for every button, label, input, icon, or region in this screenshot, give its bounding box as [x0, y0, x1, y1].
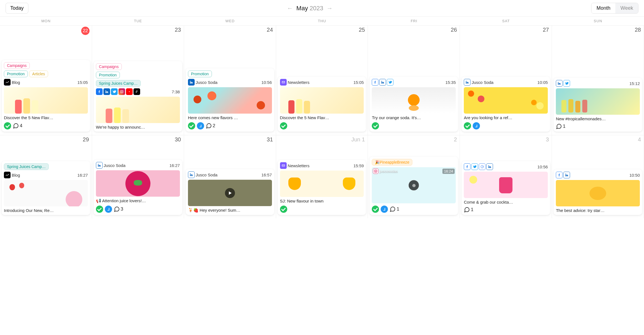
comment-count[interactable]: 3	[114, 206, 123, 212]
post-card[interactable]: Campaigns Promotion Articles Blog 15:05 …	[2, 60, 90, 132]
post-caption: The best advice: try star…	[556, 208, 640, 213]
tag-promotion[interactable]: Promotion	[96, 72, 120, 78]
calendar-cell[interactable]: 23 Campaigns Promotion Spring Juices Cam…	[92, 25, 184, 135]
calendar-cell[interactable]: 4 10:50 The best advice: try star…	[552, 135, 644, 218]
month-view-button[interactable]: Month	[591, 3, 615, 13]
today-button[interactable]: Today	[6, 3, 28, 14]
source-label: Newsletters	[288, 80, 309, 85]
next-month-arrow[interactable]: →	[326, 5, 333, 12]
source-label: Jusco Soda	[196, 80, 217, 85]
comment-count[interactable]: 2	[206, 123, 215, 129]
prev-month-arrow[interactable]: ←	[287, 5, 293, 12]
tag-articles[interactable]: Articles	[29, 71, 48, 77]
date-badge-today: 22	[81, 27, 90, 35]
post-card[interactable]: Spring Juices Camp… Blog 16:27 Introduci…	[2, 161, 90, 215]
comment-count[interactable]: 1	[390, 206, 399, 212]
post-card[interactable]: 🎉PineappleBreeze juscosodas 16:24 ⊕ 1	[370, 157, 458, 215]
tag-spring-juices[interactable]: Spring Juices Camp…	[96, 80, 141, 87]
calendar-cell[interactable]: 29 Spring Juices Camp… Blog 16:27 Introd…	[0, 135, 92, 218]
post-caption: Here comes new flavors …	[188, 115, 272, 120]
day-header: WED	[184, 17, 276, 25]
source-label: Jusco Soda	[104, 163, 125, 168]
post-card[interactable]: Jusco Soda 10:05 Are you looking for a r…	[462, 77, 550, 132]
post-thumbnail	[4, 180, 88, 206]
post-card[interactable]: 15:12 New #tropicallemonades… 1	[554, 78, 642, 132]
date-number: 31	[267, 136, 273, 143]
post-card[interactable]: Jusco Soda 16:57 🍹🍓 Hey everyone! Sum…	[186, 169, 274, 215]
newsletter-icon	[280, 162, 287, 169]
post-time: 15:35	[445, 80, 456, 85]
add-icon[interactable]: ⊕	[408, 180, 419, 191]
post-caption: Discover the 5 New Flav…	[4, 115, 88, 120]
post-card[interactable]: 10:56 Come & grab our cockta… 1	[462, 161, 550, 215]
week-view-button[interactable]: Week	[615, 3, 638, 13]
calendar-cell[interactable]: 2 🎉PineappleBreeze juscosodas 16:24 ⊕ 1	[368, 135, 460, 218]
post-caption: Are you looking for a ref…	[464, 115, 548, 120]
tag-campaigns[interactable]: Campaigns	[96, 63, 122, 70]
status-check-icon	[280, 206, 287, 213]
instagram-icon	[373, 168, 378, 174]
calendar-cell[interactable]: 30 Jusco Soda 16:27 📢 Attention juice lo…	[92, 135, 184, 218]
post-caption: 📢 Attention juice lovers!…	[96, 198, 180, 203]
comment-count[interactable]: 1	[556, 123, 565, 129]
linkedin-icon	[464, 79, 470, 86]
source-label: Jusco Soda	[472, 80, 493, 85]
tag-pineapple[interactable]: 🎉PineappleBreeze	[372, 159, 412, 166]
post-card[interactable]: Jusco Soda 16:27 📢 Attention juice lover…	[94, 160, 182, 215]
post-thumbnail: juscosodas 16:24 ⊕	[372, 167, 456, 203]
post-card[interactable]: Promotion Jusco Soda 10:56 Here comes ne…	[186, 68, 274, 132]
post-time: 16:27	[169, 163, 180, 168]
calendar-cell[interactable]: 26 15:35 Try our orange soda. It's…	[368, 25, 460, 135]
status-clock-icon	[381, 206, 388, 213]
post-caption: 🍹🍓 Hey everyone! Sum…	[188, 208, 272, 213]
status-check-icon	[372, 122, 379, 129]
day-header: SAT	[460, 17, 552, 25]
post-card[interactable]: 15:35 Try our orange soda. It's…	[370, 77, 458, 132]
post-card[interactable]: Campaigns Promotion Spring Juices Camp… …	[94, 61, 182, 132]
post-caption: New #tropicallemonades…	[556, 116, 640, 121]
post-thumbnail	[188, 180, 272, 206]
play-icon[interactable]	[225, 188, 235, 198]
calendar-cell[interactable]: 22 Campaigns Promotion Articles Blog 15:…	[0, 25, 92, 135]
post-time: 16:57	[261, 172, 272, 177]
date-number: Jun 1	[351, 136, 365, 143]
post-time: 10:56	[261, 80, 272, 85]
calendar-cell[interactable]: 3 10:56 Come & grab our cockta… 1	[460, 135, 552, 218]
calendar-cell[interactable]: Jun 1 Newsletters 15:59 SJ: New flavour …	[276, 135, 368, 218]
day-header: SUN	[552, 17, 644, 25]
tag-promotion[interactable]: Promotion	[4, 71, 28, 77]
blog-icon	[4, 172, 11, 178]
status-check-icon	[464, 122, 471, 129]
post-card[interactable]: Newsletters 15:05 Discover the 5 New Fla…	[278, 77, 366, 132]
post-card[interactable]: 10:50 The best advice: try star…	[554, 169, 642, 215]
linkedin-icon	[563, 172, 570, 178]
comment-count[interactable]: 1	[464, 207, 473, 213]
calendar-grid-week1: 22 Campaigns Promotion Articles Blog 15:…	[0, 25, 644, 135]
tag-campaigns[interactable]: Campaigns	[4, 62, 30, 69]
post-caption: SJ: New flavour in town	[280, 199, 364, 203]
status-check-icon	[280, 122, 287, 129]
calendar-cell[interactable]: 24 Promotion Jusco Soda 10:56 Here comes…	[184, 25, 276, 135]
post-thumbnail	[556, 88, 640, 115]
calendar-cell[interactable]: 31 Jusco Soda 16:57 🍹🍓 Hey everyone! Sum…	[184, 135, 276, 218]
calendar-cell[interactable]: 27 Jusco Soda 10:05 Are you looking for …	[460, 25, 552, 135]
day-header: TUE	[92, 17, 184, 25]
linkedin-icon	[103, 88, 110, 95]
post-card[interactable]: Newsletters 15:59 SJ: New flavour in tow…	[278, 160, 366, 215]
tiktok-icon	[133, 88, 140, 95]
linkedin-icon	[556, 80, 563, 87]
tag-spring-juices[interactable]: Spring Juices Camp…	[4, 163, 49, 170]
newsletter-icon	[280, 79, 287, 86]
comment-count[interactable]: 4	[13, 123, 22, 129]
tag-promotion[interactable]: Promotion	[188, 71, 212, 77]
post-thumbnail	[280, 171, 364, 197]
linkedin-icon	[486, 163, 493, 170]
overlay-time: 16:24	[442, 169, 455, 174]
month-label: May	[296, 5, 308, 12]
calendar-cell[interactable]: 25 Newsletters 15:05 Discover the 5 New …	[276, 25, 368, 135]
date-number: 29	[83, 136, 89, 143]
facebook-icon	[556, 172, 563, 178]
calendar-cell[interactable]: 28 15:12 New #tropicallemonades… 1	[552, 25, 644, 135]
date-nav: ← May 2023 →	[287, 5, 333, 12]
blog-icon	[4, 79, 11, 86]
